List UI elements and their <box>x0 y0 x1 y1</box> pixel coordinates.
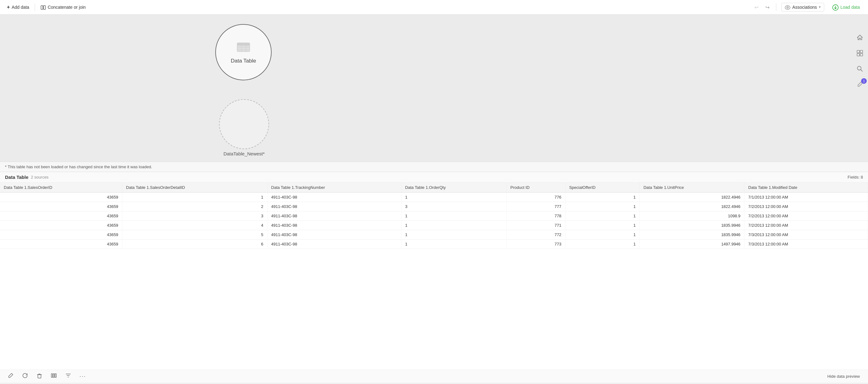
footer-filter-icon <box>65 374 71 380</box>
add-data-button[interactable]: + Add data <box>4 3 32 11</box>
search-button[interactable] <box>854 64 866 75</box>
toolbar-divider-1 <box>35 3 35 11</box>
svg-point-3 <box>787 7 788 8</box>
right-sidebar: 1 <box>852 29 868 91</box>
table-cell: 4911-403C-98 <box>267 193 401 202</box>
undo-button[interactable]: ↩ <box>753 3 760 12</box>
datatable-newest-circle <box>219 99 269 149</box>
warning-bar: * This table has not been loaded or has … <box>0 162 868 172</box>
footer-edit-icon <box>7 374 14 380</box>
data-table-icon <box>236 40 251 57</box>
data-table-label: Data Table <box>231 58 256 64</box>
footer-more-button[interactable]: ··· <box>77 371 89 382</box>
table-cell: 777 <box>506 202 565 212</box>
table-header-cell: Data Table 1.OrderQty <box>401 183 506 193</box>
svg-point-2 <box>785 6 790 9</box>
grid-button[interactable] <box>854 48 866 59</box>
table-cell: 7/3/2013 12:00:00 AM <box>744 230 868 239</box>
panel-title-area: Data Table 2 sources <box>5 174 49 180</box>
table-header-cell: SpecialOfferID <box>565 183 640 193</box>
table-cell: 1 <box>565 230 640 239</box>
footer-columns-button[interactable] <box>48 371 59 382</box>
add-icon: + <box>7 4 10 10</box>
svg-rect-0 <box>41 6 43 9</box>
table-cell: 7/2/2013 12:00:00 AM <box>744 202 868 212</box>
svg-rect-6 <box>237 43 250 46</box>
redo-icon: ↪ <box>765 5 769 10</box>
table-cell: 1 <box>565 221 640 230</box>
footer-edit-button[interactable] <box>5 371 16 382</box>
undo-icon: ↩ <box>754 5 758 10</box>
table-cell: 771 <box>506 221 565 230</box>
table-cell: 43659 <box>0 212 122 221</box>
redo-button[interactable]: ↪ <box>764 3 771 12</box>
concatenate-label: Concatenate or join <box>48 5 86 10</box>
svg-rect-19 <box>53 374 55 378</box>
table-cell: 772 <box>506 230 565 239</box>
panel-header: Data Table 2 sources Fields: 8 <box>0 172 868 183</box>
footer-delete-button[interactable] <box>34 371 45 382</box>
table-row: 4365914911-403C-98177611822.49467/1/2013… <box>0 193 868 202</box>
edit-button[interactable]: 1 <box>854 79 866 91</box>
table-cell: 1 <box>122 193 267 202</box>
associations-chevron-icon: ▾ <box>819 5 821 9</box>
data-table-container[interactable]: Data Table 1.SalesOrderIDData Table 1.Sa… <box>0 183 868 370</box>
table-cell: 4911-403C-98 <box>267 239 401 249</box>
footer-icons-right: Hide data preview <box>824 373 863 380</box>
home-button[interactable] <box>854 33 866 44</box>
panel-sources: 2 sources <box>31 175 49 180</box>
table-cell: 1497.9946 <box>640 239 744 249</box>
table-cell: 1098.9 <box>640 212 744 221</box>
concatenate-button[interactable]: Concatenate or join <box>37 3 89 11</box>
table-header-cell: Data Table 1.SalesOrderDetailID <box>122 183 267 193</box>
data-table-node[interactable]: Data Table <box>215 24 272 81</box>
hide-preview-label: Hide data preview <box>827 374 860 379</box>
table-cell: 1 <box>565 202 640 212</box>
table-cell: 1822.4946 <box>640 202 744 212</box>
load-data-label: Load data <box>840 5 860 10</box>
table-cell: 43659 <box>0 239 122 249</box>
table-cell: 1 <box>401 239 506 249</box>
toolbar-left: + Add data Concatenate or join <box>4 3 89 11</box>
table-cell: 776 <box>506 193 565 202</box>
footer-refresh-button[interactable] <box>20 371 31 382</box>
table-cell: 2 <box>122 202 267 212</box>
footer-filter-button[interactable] <box>63 371 74 382</box>
table-cell: 43659 <box>0 221 122 230</box>
table-header-cell: Data Table 1.SalesOrderID <box>0 183 122 193</box>
table-header-cell: Data Table 1.Modified Date <box>744 183 868 193</box>
toolbar-right: ↩ ↪ Associations ▾ Load data <box>753 2 864 12</box>
footer-trash-icon <box>36 374 42 380</box>
warning-message: * This table has not been loaded or has … <box>5 164 152 169</box>
table-cell: 4 <box>122 221 267 230</box>
table-cell: 43659 <box>0 202 122 212</box>
table-cell: 4911-403C-98 <box>267 221 401 230</box>
toolbar-divider-2 <box>776 3 776 11</box>
data-table: Data Table 1.SalesOrderIDData Table 1.Sa… <box>0 183 868 249</box>
svg-rect-11 <box>857 50 860 53</box>
table-cell: 4911-403C-98 <box>267 230 401 239</box>
table-row: 4365964911-403C-98177311497.99467/3/2013… <box>0 239 868 249</box>
bottom-panel: Data Table 2 sources Fields: 8 Data Tabl… <box>0 172 868 383</box>
table-header-cell: Data Table 1.UnitPrice <box>640 183 744 193</box>
table-cell: 7/3/2013 12:00:00 AM <box>744 239 868 249</box>
table-row: 4365954911-403C-98177211835.99467/3/2013… <box>0 230 868 239</box>
svg-rect-18 <box>51 374 53 378</box>
table-cell: 778 <box>506 212 565 221</box>
table-cell: 4911-403C-98 <box>267 202 401 212</box>
associations-button[interactable]: Associations ▾ <box>781 3 824 11</box>
table-header: Data Table 1.SalesOrderIDData Table 1.Sa… <box>0 183 868 193</box>
hide-preview-button[interactable]: Hide data preview <box>824 373 863 380</box>
table-cell: 1835.9946 <box>640 230 744 239</box>
table-cell: 43659 <box>0 193 122 202</box>
table-cell: 7/1/2013 12:00:00 AM <box>744 193 868 202</box>
canvas-area: Data Table DataTable_Newest* <box>0 15 868 162</box>
svg-rect-20 <box>55 374 56 378</box>
load-data-button[interactable]: Load data <box>828 2 864 12</box>
svg-rect-17 <box>38 375 41 378</box>
datatable-newest-node[interactable]: DataTable_Newest* <box>219 99 269 156</box>
add-data-label: Add data <box>11 5 29 10</box>
table-cell: 3 <box>401 202 506 212</box>
concatenate-icon <box>41 4 46 10</box>
table-cell: 773 <box>506 239 565 249</box>
